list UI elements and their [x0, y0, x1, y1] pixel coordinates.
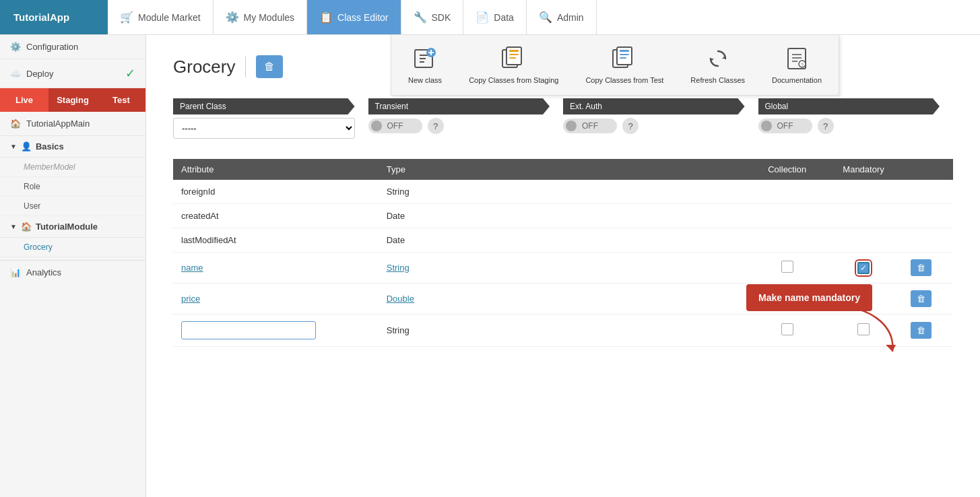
sidebar-grocery[interactable]: Grocery: [0, 238, 145, 257]
properties-row: Parent Class ----- Transient OFF ?: [173, 98, 953, 139]
copy-test-icon: [611, 45, 638, 72]
grocery-label: Grocery: [24, 242, 53, 252]
documentation-icon: ?: [783, 45, 810, 72]
tutorial-app-main-label: TutorialAppMain: [26, 119, 90, 129]
svg-marker-18: [711, 59, 714, 62]
type-double[interactable]: Double: [379, 284, 438, 314]
delete-name-button[interactable]: 🗑: [911, 259, 932, 276]
delete-price-button[interactable]: 🗑: [911, 290, 932, 307]
sidebar-deploy[interactable]: ☁️ Deploy ✓: [0, 59, 145, 88]
empty-4: [438, 253, 750, 284]
table-row: lastModifiedAt Date: [173, 228, 953, 253]
sidebar-tutorial-module-section[interactable]: ▼ 🏠 TutorialModule: [0, 216, 145, 238]
global-label-text: Global: [765, 102, 789, 111]
collection-name-checkbox[interactable]: [781, 261, 793, 273]
mandatory-name-checkbox[interactable]: ✓: [857, 262, 870, 274]
module-market-icon: 🛒: [120, 11, 133, 24]
transient-help[interactable]: ?: [428, 118, 444, 134]
parent-class-select[interactable]: -----: [173, 118, 355, 139]
toolbar-copy-staging[interactable]: Copy Classes from Staging: [462, 42, 565, 88]
mandatory-new-checkbox[interactable]: [857, 323, 870, 335]
tab-module-market[interactable]: 🛒 Module Market: [108, 0, 214, 34]
new-class-icon: [412, 45, 438, 72]
header-type: Type: [379, 159, 438, 180]
sidebar-basics-section[interactable]: ▼ 👤 Basics: [0, 136, 145, 158]
type-string-new: String: [379, 314, 438, 347]
parent-class-label-text: Parent Class: [180, 102, 226, 111]
tab-class-editor[interactable]: 📋 Class Editor: [307, 0, 401, 34]
env-test-label: Test: [112, 95, 130, 105]
deploy-label: Deploy: [26, 69, 53, 79]
attr-foreign-id: foreignId: [173, 180, 379, 204]
annotation-text: Make name mandatory: [758, 292, 860, 303]
main-layout: ⚙️ Configuration ☁️ Deploy ✓ Live Stagin…: [0, 35, 980, 497]
tab-data[interactable]: 📄 Data: [463, 0, 527, 34]
transient-label: Transient: [368, 98, 550, 114]
ext-auth-value: OFF: [582, 121, 598, 131]
toolbar-refresh[interactable]: Refresh Classes: [684, 42, 752, 88]
tab-admin[interactable]: 🔍 Admin: [527, 0, 597, 34]
tutorial-module-icon: 🏠: [21, 222, 32, 232]
data-icon: 📄: [476, 11, 489, 24]
member-model-label: MemberModel: [24, 162, 75, 172]
nav-tabs: 🛒 Module Market ⚙️ My Modules 📋 Class Ed…: [108, 0, 597, 34]
delete-new-button[interactable]: 🗑: [911, 322, 932, 339]
header-empty: [438, 159, 750, 180]
parent-class-block: Parent Class -----: [173, 98, 355, 139]
collection-new: [750, 314, 824, 347]
global-control: OFF ?: [758, 118, 940, 134]
collection-1: [750, 180, 824, 204]
empty-6: [438, 314, 750, 347]
collection-new-checkbox[interactable]: [781, 323, 793, 335]
type-date-1: Date: [379, 204, 438, 228]
tab-data-label: Data: [494, 12, 514, 23]
empty-1: [438, 180, 750, 204]
new-attribute-input[interactable]: [181, 321, 316, 339]
ext-auth-help[interactable]: ?: [622, 118, 639, 134]
tab-my-modules-label: My Modules: [244, 12, 294, 23]
mandatory-name: ✓: [824, 253, 903, 284]
attr-name[interactable]: name: [173, 253, 379, 284]
collection-3: [750, 228, 824, 253]
parent-class-control: -----: [173, 118, 355, 139]
svg-marker-17: [722, 55, 725, 59]
ext-auth-toggle[interactable]: OFF: [563, 119, 617, 133]
global-toggle[interactable]: OFF: [758, 119, 812, 133]
attributes-table: Attribute Type Collection Mandatory fore…: [173, 159, 953, 347]
tab-sdk[interactable]: 🔧 SDK: [401, 0, 464, 34]
analytics-icon: 📊: [10, 267, 21, 277]
refresh-icon: [705, 45, 731, 72]
table-row: name String ✓ 🗑: [173, 253, 953, 284]
delete-class-button[interactable]: 🗑: [256, 55, 283, 78]
sidebar-tutorial-app-main[interactable]: 🏠 TutorialAppMain: [0, 112, 145, 136]
transient-toggle[interactable]: OFF: [368, 119, 422, 133]
sidebar-member-model[interactable]: MemberModel: [0, 158, 145, 177]
sidebar-configuration[interactable]: ⚙️ Configuration: [0, 35, 145, 59]
class-editor-icon: 📋: [319, 11, 333, 24]
empty-3: [438, 228, 750, 253]
global-label: Global: [758, 98, 940, 114]
type-date-2: Date: [379, 228, 438, 253]
env-test[interactable]: Test: [97, 88, 145, 112]
sidebar-analytics[interactable]: 📊 Analytics: [0, 260, 145, 284]
parent-class-label: Parent Class: [173, 98, 355, 114]
attr-price[interactable]: price: [173, 284, 379, 314]
table-row: createdAt Date: [173, 204, 953, 228]
actions-2: [903, 204, 953, 228]
sidebar-user[interactable]: User: [0, 197, 145, 216]
toolbar-documentation[interactable]: ? Documentation: [765, 42, 828, 88]
svg-rect-9: [509, 50, 519, 52]
toolbar-copy-test[interactable]: Copy Classes from Test: [579, 42, 670, 88]
actions-name: 🗑: [903, 253, 953, 284]
global-help[interactable]: ?: [818, 118, 834, 134]
sidebar-role[interactable]: Role: [0, 177, 145, 197]
empty-2: [438, 204, 750, 228]
type-string-name[interactable]: String: [379, 253, 438, 284]
env-live[interactable]: Live: [0, 88, 48, 112]
tab-my-modules[interactable]: ⚙️ My Modules: [214, 0, 307, 34]
actions-1: [903, 180, 953, 204]
env-staging[interactable]: Staging: [48, 88, 97, 112]
svg-rect-10: [509, 54, 519, 55]
toolbar-new-class[interactable]: New class: [401, 42, 449, 88]
env-bar: Live Staging Test: [0, 88, 145, 112]
